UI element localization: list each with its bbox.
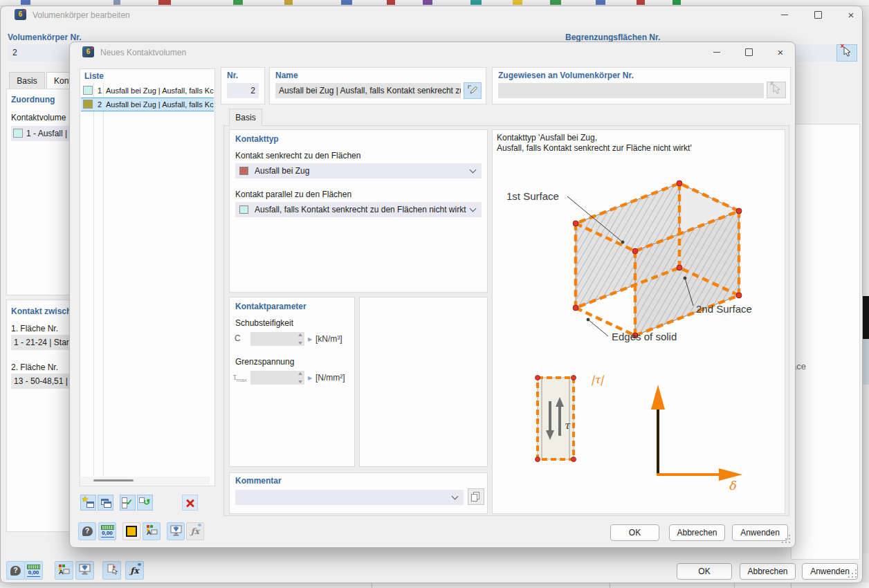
cancel-button[interactable]: Abbrechen — [669, 524, 725, 541]
detail-arrow-icon[interactable]: ▶ — [308, 336, 312, 342]
boundary-surfaces-label: Begrenzungsflächen Nr. — [565, 33, 660, 42]
formula-button-disabled: ƒx — [186, 522, 204, 540]
background-fragment-bluegrey — [863, 339, 869, 385]
contact-solid-illustration: 1st Surface 2nd Surface Edges of solid — [500, 166, 776, 354]
assignment-header: Zuordnung — [11, 95, 55, 104]
monitor-icon — [79, 564, 91, 577]
minimize-button[interactable] — [705, 44, 729, 61]
list-item-selected[interactable]: 2 Ausfall bei Zug | Ausfall, falls Kc — [81, 98, 214, 111]
shear-stiffness-input[interactable] — [250, 332, 304, 346]
apply-button-outer[interactable]: Anwenden — [802, 563, 858, 580]
detail-arrow-icon[interactable]: ▶ — [308, 375, 312, 381]
item-color-swatch — [83, 86, 93, 95]
formula-icon: ƒx — [191, 526, 199, 536]
decimal-places-icon: 0,00 — [101, 525, 114, 538]
close-button[interactable]: × — [839, 6, 863, 24]
maximize-button[interactable] — [806, 6, 830, 24]
copy-icon — [100, 498, 111, 508]
contact-type-box: Kontakttyp Kontakt senkrecht zu den Fläc… — [229, 129, 488, 293]
spinner-icon[interactable] — [297, 333, 303, 344]
name-field[interactable]: Ausfall bei Zug | Ausfall, falls Kontakt… — [275, 83, 461, 98]
tab-basis-outer[interactable]: Basis — [9, 72, 45, 89]
contact-parallel-select[interactable]: Ausfall, falls Kontakt senkrecht zu den … — [235, 202, 482, 217]
formula-button[interactable]: ƒx — [125, 561, 144, 580]
surface2-label: 2. Fläche Nr. — [11, 362, 58, 372]
tab-basis[interactable]: Basis — [229, 109, 262, 126]
preview-caption-line1: Kontakttyp 'Ausfall bei Zug, — [497, 133, 597, 143]
shear-unit: [kN/m³] — [315, 334, 342, 344]
contact-type-header: Kontakttyp — [235, 134, 279, 144]
minimize-button[interactable] — [773, 6, 796, 24]
assigned-panel: Zugewiesen an Volumenkörper Nr. × — [492, 67, 791, 104]
select-all-icon: ✓ — [122, 497, 134, 508]
select-invert-button[interactable]: ↺ — [137, 495, 153, 511]
help-button[interactable]: ? — [78, 522, 96, 540]
formula-icon: ƒx — [130, 566, 138, 576]
copy-item-button[interactable] — [98, 495, 113, 511]
color-icon — [126, 526, 137, 537]
help-button[interactable]: ? — [6, 561, 25, 580]
surface2-field[interactable]: 13 - 50-48,51 | — [11, 374, 71, 389]
contact-volume-value[interactable]: 1 - Ausfall | — [11, 126, 71, 141]
decimal-places-icon: 0,00 — [27, 564, 40, 577]
help-icon: ? — [10, 566, 21, 576]
resize-grip[interactable] — [789, 542, 790, 543]
tau-abs-label: |τ| — [591, 374, 603, 386]
assignment-panel: Zuordnung Kontaktvolume 1 - Ausfall | — [6, 89, 71, 295]
scrollbar-thumb[interactable] — [93, 479, 134, 481]
select-all-button[interactable]: ✓ — [120, 495, 136, 511]
maximize-button[interactable] — [737, 44, 760, 61]
surface1-annotation: 1st Surface — [506, 190, 559, 202]
display-settings-button[interactable]: A — [143, 522, 161, 540]
chevron-down-icon — [452, 493, 459, 500]
dialog-title: Neues Kontaktvolumen — [100, 48, 186, 57]
contact-volume-label: Kontaktvolume — [11, 113, 66, 122]
delete-item-button[interactable] — [182, 495, 198, 511]
ok-button[interactable]: OK — [610, 524, 659, 541]
spinner-icon[interactable] — [297, 372, 303, 383]
pick-surfaces-button[interactable]: × — [836, 44, 857, 62]
list-panel: Liste 1 Ausfall bei Zug | Ausfall, falls… — [80, 68, 215, 486]
decimal-places-button[interactable]: 0,00 — [98, 522, 116, 540]
background-table-fragment — [0, 582, 869, 588]
edit-pencil-icon — [468, 85, 478, 97]
color-swatch — [239, 167, 248, 175]
delta-annotation: δ — [729, 479, 737, 491]
comment-combo[interactable] — [235, 490, 464, 505]
contact-parallel-label: Kontakt parallel zu den Flächen — [235, 190, 351, 199]
name-panel: Name Ausfall bei Zug | Ausfall, falls Ko… — [269, 67, 486, 104]
rendering-button[interactable] — [167, 522, 185, 540]
close-button[interactable]: × — [769, 44, 792, 61]
rendering-button[interactable] — [75, 561, 94, 580]
delete-from-view-button[interactable]: × — [102, 561, 121, 580]
assigned-label: Zugewiesen an Volumenkörper Nr. — [498, 71, 634, 80]
surface1-field[interactable]: 1 - 21-24 | Star — [11, 335, 71, 350]
color-button[interactable] — [122, 522, 140, 540]
cancel-button-outer[interactable]: Abbrechen — [740, 563, 796, 580]
display-settings-button[interactable]: A — [55, 561, 73, 580]
new-icon: ★ — [83, 498, 94, 508]
contact-normal-select[interactable]: Ausfall bei Zug — [235, 163, 482, 178]
ok-button-outer[interactable]: OK — [677, 563, 732, 580]
svg-text:A: A — [147, 529, 152, 535]
contact-parameter-box: Kontaktparameter Schubsteifigkeit C ▶ [k… — [229, 297, 355, 467]
rename-button[interactable] — [464, 82, 482, 99]
resize-grip[interactable] — [855, 576, 857, 578]
item-color-swatch — [83, 100, 93, 109]
help-icon: ? — [82, 526, 93, 536]
copy-comment-button[interactable] — [468, 488, 484, 505]
apply-button[interactable]: Anwenden — [732, 524, 788, 541]
nr-panel: Nr. 2 — [221, 67, 265, 104]
decimal-places-button[interactable]: 0,00 — [24, 561, 43, 580]
contact-parameter-header: Kontaktparameter — [235, 302, 307, 311]
nr-field[interactable]: 2 — [227, 83, 259, 98]
outer-titlebar[interactable]: 6 Volumenkörper bearbeiten × — [1, 6, 862, 24]
dialog-titlebar[interactable]: 6 Neues Kontaktvolumen × — [70, 42, 795, 60]
delete-icon — [185, 498, 195, 508]
new-item-button[interactable]: ★ — [80, 495, 96, 511]
horizontal-scrollbar[interactable] — [81, 477, 210, 485]
list-item[interactable]: 1 Ausfall bei Zug | Ausfall, falls Kc — [81, 84, 214, 98]
limit-stress-input[interactable] — [250, 371, 304, 385]
outer-preview-panel: ace — [791, 124, 860, 560]
comment-header: Kommentar — [235, 476, 282, 486]
